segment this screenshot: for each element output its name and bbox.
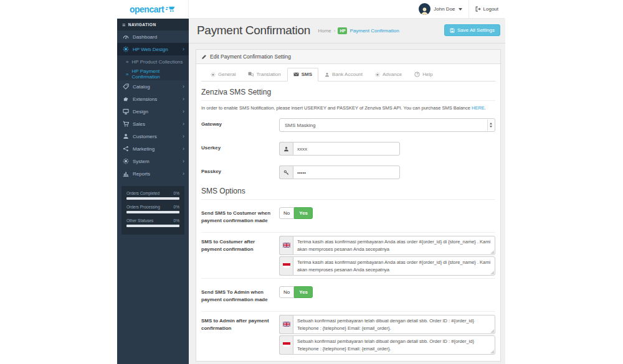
tab-advance[interactable]: Advance xyxy=(369,68,408,82)
sidebar: ≡ NAVIGATION Dashboard HP Web Design › »… xyxy=(117,19,189,364)
tab-general[interactable]: General xyxy=(204,68,242,82)
hp-badge: HP xyxy=(338,27,347,34)
sidebar-item-label: HP Web Design xyxy=(133,47,183,52)
gateway-label: Gateway xyxy=(201,118,279,132)
toggle-yes-button[interactable]: Yes xyxy=(294,207,313,219)
question-circle-icon: ? xyxy=(414,72,420,77)
user-name: John Doe xyxy=(434,6,455,12)
userkey-input[interactable] xyxy=(293,142,400,156)
description-text: In order to enable SMS Notification, ple… xyxy=(201,105,472,111)
resize-grip-icon[interactable] xyxy=(490,329,494,333)
sidebar-item-hp-payment-confirmation[interactable]: » HP Payment Confirmation xyxy=(117,68,189,80)
send-sms-admin-row: Send SMS To Admin when payment confirmat… xyxy=(201,278,495,311)
sidebar-item-hp-web-design[interactable]: HP Web Design › xyxy=(117,43,189,55)
here-link[interactable]: HERE xyxy=(472,105,485,111)
sidebar-item-label: Design xyxy=(133,109,183,114)
save-button-label: Save All Settings xyxy=(457,27,495,33)
user-icon xyxy=(325,72,330,77)
sidebar-item-hp-product-collections[interactable]: » HP Product Collections xyxy=(117,55,189,68)
english-flag-icon xyxy=(279,236,293,255)
send-sms-customer-toggle: No Yes xyxy=(279,207,495,219)
chevron-right-icon: › xyxy=(183,108,184,114)
sidebar-item-label: Customers xyxy=(133,134,183,139)
dashboard-gauge-icon xyxy=(123,34,129,40)
gears-icon xyxy=(375,72,380,77)
chevron-right-icon: › xyxy=(183,121,184,127)
userkey-row: Userkey xyxy=(201,137,495,161)
sidebar-item-system[interactable]: System › xyxy=(117,155,189,167)
resize-grip-icon[interactable] xyxy=(490,350,494,353)
stat-value: 0% xyxy=(174,205,179,209)
sidebar-item-marketing[interactable]: Marketing › xyxy=(117,142,189,155)
panel-heading-label: Edit Payment Confirmation Setting xyxy=(210,54,291,60)
chevron-right-icon: › xyxy=(183,158,184,164)
progress-bar xyxy=(126,225,179,227)
stat-value: 0% xyxy=(174,218,179,223)
resize-grip-icon[interactable] xyxy=(490,250,494,254)
sidebar-item-customers[interactable]: Customers › xyxy=(117,130,189,142)
toggle-yes-button[interactable]: Yes xyxy=(294,286,313,298)
resize-grip-icon[interactable] xyxy=(490,271,494,274)
toggle-no-button[interactable]: No xyxy=(279,207,294,219)
page-title: Payment Confirmation xyxy=(197,24,310,37)
gateway-select[interactable]: SMS Masking xyxy=(279,118,495,132)
tab-help[interactable]: ? Help xyxy=(408,68,439,82)
header-right: John Doe Logout xyxy=(189,0,505,18)
double-angle-icon: » xyxy=(126,72,128,77)
sms-customer-message-id-textarea[interactable]: Terima kasih atas konfirmasi pembayaran … xyxy=(293,256,495,276)
user-icon xyxy=(123,133,129,139)
sms-customer-message-row: SMS to Costumer after payment confirmati… xyxy=(201,232,495,278)
sms-admin-message-id-textarea[interactable]: Sebuah konfirmasi pembayaran telah dibua… xyxy=(293,335,495,355)
sidebar-item-catalog[interactable]: Catalog › xyxy=(117,80,189,93)
tab-label: General xyxy=(218,72,235,77)
sms-admin-message-label: SMS to Admin after payment confirmation xyxy=(201,315,279,355)
sidebar-item-design[interactable]: Design › xyxy=(117,105,189,118)
zenziva-section-heading: Zenziva SMS Setting xyxy=(201,88,495,101)
passkey-row: Passkey xyxy=(201,161,495,184)
breadcrumb-separator: › xyxy=(334,28,336,34)
pencil-icon xyxy=(201,54,207,60)
envelope-icon xyxy=(293,72,299,77)
user-menu[interactable]: John Doe xyxy=(412,0,468,18)
english-flag-icon xyxy=(279,315,293,334)
sidebar-item-label: Marketing xyxy=(133,146,183,152)
save-all-settings-button[interactable]: Save All Settings xyxy=(444,24,500,36)
sidebar-item-dashboard[interactable]: Dashboard xyxy=(117,30,189,43)
opencart-admin-app: opencart John Doe xyxy=(117,0,505,364)
breadcrumb-home-link[interactable]: Home xyxy=(318,28,331,34)
sign-out-icon xyxy=(475,6,481,12)
sidebar-item-extensions[interactable]: Extensions › xyxy=(117,93,189,105)
zenziva-description: In order to enable SMS Notification, ple… xyxy=(201,105,495,111)
bar-chart-icon xyxy=(123,170,129,177)
tab-label: Translation xyxy=(256,72,280,77)
panel-heading: Edit Payment Confirmation Setting xyxy=(196,50,500,64)
send-sms-admin-toggle: No Yes xyxy=(279,286,495,298)
tab-bank-account[interactable]: Bank Account xyxy=(318,68,369,82)
key-addon-icon xyxy=(279,166,293,179)
indonesia-flag-icon xyxy=(279,335,293,355)
sms-customer-message-en-textarea[interactable]: Terima kasih atas konfirmasi pembayaran … xyxy=(293,236,495,255)
breadcrumb: Home › HP Payment Confirmation xyxy=(318,27,399,34)
gears-icon xyxy=(123,46,129,52)
breadcrumb-current-link[interactable]: Payment Confirmation xyxy=(350,28,399,34)
tab-sms[interactable]: SMS xyxy=(287,68,318,82)
page-header: Payment Confirmation Home › HP Payment C… xyxy=(189,19,505,44)
toggle-no-button[interactable]: No xyxy=(279,286,294,298)
send-sms-customer-label: Send SMS to Costumer when payment confir… xyxy=(201,207,279,225)
tab-translation[interactable]: Translation xyxy=(242,68,287,82)
logo[interactable]: opencart xyxy=(117,0,189,18)
sidebar-item-sales[interactable]: Sales › xyxy=(117,118,189,130)
chevron-right-icon: › xyxy=(183,146,184,152)
sms-options-heading: SMS Options xyxy=(201,187,495,200)
passkey-input[interactable] xyxy=(293,166,400,179)
sidebar-subitem-label: HP Payment Confirmation xyxy=(131,68,189,80)
sidebar-item-reports[interactable]: Reports › xyxy=(117,167,189,180)
logout-button[interactable]: Logout xyxy=(468,0,505,18)
description-suffix: . xyxy=(485,105,486,111)
indonesia-flag-icon xyxy=(279,256,293,276)
sidebar-item-label: System xyxy=(133,159,183,164)
tab-label: Bank Account xyxy=(332,72,363,77)
stat-orders-processing: Orders Processing 0% xyxy=(126,205,179,213)
cart-logo-icon xyxy=(166,6,176,12)
sms-admin-message-en-textarea[interactable]: Sebuah konfirmasi pembayaran telah dibua… xyxy=(293,315,495,334)
